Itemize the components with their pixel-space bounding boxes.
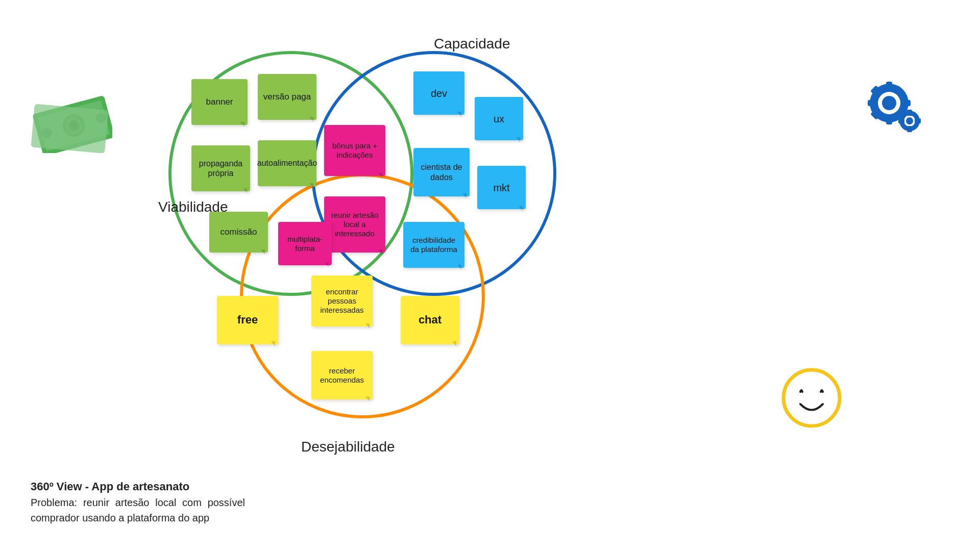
svg-rect-11: [886, 82, 892, 90]
sticky-autoalimentacao: autoalimentação: [258, 140, 316, 186]
svg-rect-25: [915, 118, 921, 123]
sticky-bonus: bônus para + indicações: [324, 125, 385, 176]
svg-rect-23: [907, 126, 912, 132]
sticky-dev: dev: [413, 71, 464, 115]
svg-point-10: [882, 96, 896, 110]
sticky-propaganda: propaganda própria: [191, 145, 250, 191]
sticky-chat: chat: [401, 296, 459, 344]
problem-description: Problema: reunir artesão local com possí…: [31, 495, 245, 525]
svg-rect-13: [868, 100, 876, 106]
sticky-reunir: reunir artesão local a interessado: [324, 196, 385, 253]
sticky-ux: ux: [475, 97, 523, 140]
venn-diagram: banner versão paga propaganda própria au…: [143, 26, 602, 474]
sticky-multiplataforma: multiplata-forma: [278, 222, 332, 265]
sticky-free: free: [217, 296, 278, 344]
svg-rect-7: [31, 104, 108, 153]
svg-rect-14: [902, 100, 911, 106]
problem-label: Problema:: [31, 497, 83, 508]
sticky-comissao: comissão: [209, 212, 268, 253]
capacity-label: Capacidade: [434, 36, 510, 52]
smiley-icon: [781, 367, 842, 431]
bottom-description: 360º View - App de artesanato Problema: …: [31, 478, 245, 525]
sticky-cientista: cientista de dados: [413, 148, 470, 196]
sticky-banner: banner: [191, 79, 248, 125]
svg-rect-12: [886, 116, 892, 124]
sticky-versao-paga: versão paga: [258, 74, 316, 120]
sticky-encontrar: encontrar pessoas interessadas: [311, 276, 373, 327]
gear-icon: [847, 61, 929, 145]
svg-rect-22: [907, 110, 912, 116]
viability-label: Viabilidade: [158, 199, 228, 215]
svg-point-26: [783, 370, 840, 426]
app-title: 360º View - App de artesanato: [31, 478, 245, 495]
svg-point-21: [906, 117, 913, 124]
sticky-mkt: mkt: [477, 166, 526, 209]
svg-rect-24: [898, 118, 904, 123]
money-icon: [31, 92, 112, 155]
desirability-label: Desejabilidade: [301, 439, 395, 455]
sticky-receber: receber encomendas: [311, 351, 373, 399]
sticky-credibilidade: credibilidade da plataforma: [403, 222, 464, 268]
